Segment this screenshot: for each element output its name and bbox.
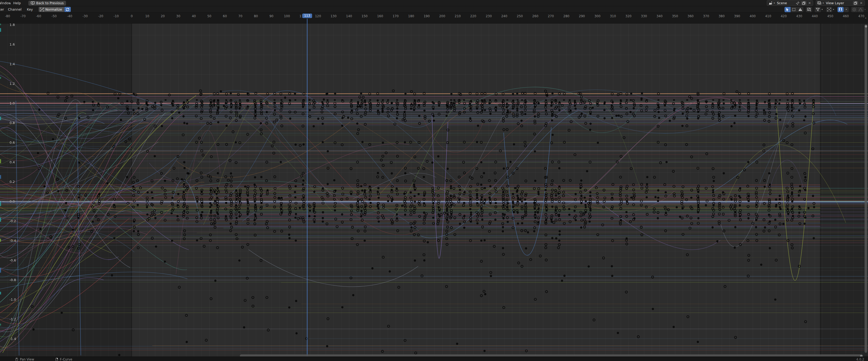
value-axis-label: -0.2 — [9, 219, 16, 223]
ruler-frame-label: 20 — [161, 14, 164, 18]
ruler-frame-label: -50 — [52, 14, 57, 18]
help-menu[interactable]: Help — [10, 1, 24, 5]
mouse-middle-icon — [16, 358, 18, 361]
snap-dropdown-chevron[interactable]: ▾ — [844, 7, 849, 12]
sync-refresh-icon — [66, 8, 69, 11]
close-icon[interactable]: ✕ — [859, 1, 864, 5]
ruler-frame-label: 360 — [687, 14, 693, 18]
window-menu[interactable]: Window — [0, 1, 10, 5]
key-menu[interactable]: Key — [24, 7, 35, 11]
scene-selector[interactable]: ▾ Scene ✕ — [767, 0, 813, 6]
ruler-frame-label: 260 — [532, 14, 538, 18]
back-screen-icon — [31, 1, 35, 5]
mouse-right-icon — [55, 358, 58, 361]
timeline-ruler[interactable]: -80-70-60-50-40-30-20-100102030405060708… — [0, 13, 868, 24]
blender-version: 4.0.2 — [856, 358, 864, 361]
value-axis-label: 0.2 — [9, 180, 15, 184]
statusbar: Pan View F-Curve 4.0.2 — [0, 357, 868, 361]
view-layer-icon — [817, 1, 822, 5]
sidebar-collapse-arrow[interactable]: ‹ — [865, 16, 866, 20]
channel-menu[interactable]: Channel — [5, 7, 24, 11]
ruler-frame-label: 450 — [827, 14, 833, 18]
snap-magnet-icon[interactable] — [838, 7, 844, 12]
vertical-scrollbar-knob[interactable] — [865, 25, 867, 28]
falloff-curve-icon[interactable] — [858, 7, 864, 12]
ruler-frame-label: -10 — [114, 14, 119, 18]
graph-editor-header: Marker Channel Key Normalize — [0, 6, 868, 13]
value-axis-label: 0.4 — [9, 160, 15, 164]
ruler-frame-label: 100 — [284, 14, 290, 18]
ruler-frame-label: 130 — [331, 14, 337, 18]
ruler-frame-label: 140 — [346, 14, 352, 18]
scene-icon — [768, 1, 773, 5]
ruler-frame-label: -30 — [83, 14, 88, 18]
back-to-previous-button[interactable]: Back to Previous — [28, 1, 66, 6]
pivot-icon[interactable] — [826, 7, 832, 12]
statusbar-hint-fcurve: F-Curve — [55, 358, 72, 361]
pin-icon[interactable] — [795, 1, 801, 5]
close-icon[interactable]: ✕ — [807, 1, 812, 5]
topbar: Window Help Back to Previous ▾ Scene ✕ — [0, 0, 868, 6]
copy-icon[interactable] — [853, 1, 858, 5]
ruler-frame-label: 40 — [192, 14, 196, 18]
falloff-dropdown-chevron[interactable]: ▾ — [864, 8, 866, 10]
warning-icon[interactable] — [797, 7, 803, 12]
normalize-toggle[interactable]: Normalize — [39, 7, 64, 12]
value-axis-label: 1.8 — [9, 23, 15, 27]
ruler-frame-label: 200 — [439, 14, 445, 18]
ruler-frame-label: -20 — [98, 14, 103, 18]
ruler-frame-label: 50 — [207, 14, 211, 18]
value-axis-label: -0.8 — [9, 278, 16, 282]
statusbar-hint-pan: Pan View — [16, 358, 34, 361]
ruler-frame-label: 400 — [749, 14, 755, 18]
marker-menu[interactable]: Marker — [0, 7, 5, 11]
select-arrow-tool-button[interactable] — [784, 7, 790, 12]
ruler-frame-label: 370 — [703, 14, 709, 18]
playhead-line[interactable] — [307, 19, 307, 357]
value-axis-label: -1.2 — [9, 317, 16, 321]
ruler-frame-label: 220 — [470, 14, 476, 18]
box-select-icon[interactable] — [791, 7, 797, 12]
filter-icon[interactable] — [815, 7, 821, 12]
ruler-frame-label: 390 — [734, 14, 740, 18]
graph-region: 1.81.61.41.21.00.80.60.40.20.0-0.2-0.4-0… — [0, 23, 868, 357]
ruler-frame-label: 380 — [718, 14, 724, 18]
ruler-frame-label: 30 — [176, 14, 180, 18]
ruler-frame-label: 270 — [548, 14, 554, 18]
value-axis-label: 1.6 — [9, 42, 15, 47]
ruler-frame-label: 440 — [812, 14, 818, 18]
value-axis-label: 1.2 — [9, 82, 15, 86]
ruler-frame-label: 290 — [579, 14, 585, 18]
value-axis-label: -1.0 — [9, 298, 16, 302]
value-axis-label: -0.6 — [9, 258, 16, 262]
overlay-icon[interactable] — [806, 7, 812, 12]
ruler-frame-label: 150 — [362, 14, 368, 18]
auto-normalize-sync-button[interactable] — [64, 7, 71, 12]
ruler-frame-label: 320 — [625, 14, 631, 18]
blender-graph-editor: Window Help Back to Previous ▾ Scene ✕ — [0, 0, 868, 361]
vertical-scrollbar[interactable] — [865, 24, 867, 353]
ruler-frame-label: 250 — [517, 14, 523, 18]
graph-canvas[interactable] — [0, 23, 868, 357]
ruler-frame-label: 180 — [408, 14, 414, 18]
value-axis-label: 0.8 — [9, 121, 15, 125]
ruler-frame-label: 460 — [843, 14, 849, 18]
ruler-frame-label: 90 — [269, 14, 273, 18]
ruler-frame-label: 170 — [393, 14, 399, 18]
ruler-frame-label: 420 — [780, 14, 787, 18]
pivot-dropdown-chevron[interactable]: ▾ — [832, 8, 835, 10]
value-axis-label: 1.4 — [9, 62, 15, 66]
proportional-circle-icon[interactable] — [851, 7, 858, 12]
view-layer-selector[interactable]: ▾ View Layer ✕ — [816, 0, 865, 6]
value-axis-label: 0.6 — [9, 141, 15, 145]
current-frame-badge[interactable]: 113 — [302, 13, 312, 18]
normalize-icon — [40, 8, 44, 11]
value-axis-label: 1.0 — [9, 101, 15, 105]
ruler-frame-label: 190 — [424, 14, 430, 18]
filter-dropdown-chevron[interactable]: ▾ — [821, 8, 824, 10]
ruler-frame-label: 430 — [796, 14, 802, 18]
copy-icon[interactable] — [801, 1, 807, 5]
value-axis-label: -1.4 — [9, 337, 16, 341]
value-axis-label: 0.0 — [9, 200, 15, 204]
ruler-frame-label: 300 — [594, 14, 600, 18]
